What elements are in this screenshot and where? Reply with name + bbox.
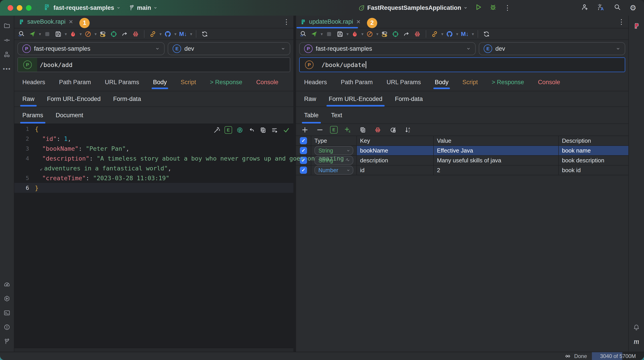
rollback-icon[interactable]	[120, 29, 130, 39]
column-header-type[interactable]: Type	[311, 136, 356, 145]
row-value-cell[interactable]: Effective Java	[434, 146, 558, 155]
row-key-cell[interactable]: id	[357, 166, 433, 175]
tab-script[interactable]: Script	[462, 73, 478, 91]
tab-path-param[interactable]: Path Param	[59, 73, 91, 91]
project-widget[interactable]: fast-request-samples	[54, 4, 120, 11]
add-escape-icon[interactable]: E	[343, 125, 353, 135]
tab-url-params[interactable]: URL Params	[105, 73, 139, 91]
problems-tool-icon[interactable]	[2, 322, 12, 332]
github-icon[interactable]	[163, 29, 173, 39]
send-request-icon[interactable]	[28, 29, 37, 39]
mode-form-data[interactable]: Form-data	[113, 91, 141, 107]
row-type-select[interactable]: Number	[311, 166, 356, 175]
tab-text[interactable]: Text	[331, 107, 342, 124]
copy-icon[interactable]	[259, 125, 267, 135]
more-actions-kebab-icon[interactable]: ⋮	[504, 5, 511, 10]
markdown-export-icon[interactable]: M↓	[460, 29, 470, 39]
column-header-value[interactable]: Value	[434, 136, 558, 145]
markdown-dropdown-chevron-icon[interactable]: ▾	[190, 31, 192, 37]
tab-url-params[interactable]: URL Params	[386, 73, 421, 91]
version-control-tool-icon[interactable]	[2, 337, 12, 346]
markdown-export-icon[interactable]: M↓	[178, 29, 188, 39]
remove-row-icon[interactable]	[315, 125, 325, 135]
tab-console[interactable]: Console	[538, 73, 560, 91]
fast-request-tool-icon[interactable]	[632, 21, 641, 31]
traffic-lights[interactable]	[8, 5, 32, 11]
row-key-cell[interactable]: description	[357, 156, 433, 165]
toggles-icon[interactable]	[98, 29, 108, 39]
mode-raw[interactable]: Raw	[304, 91, 316, 107]
tab-headers[interactable]: Headers	[22, 73, 45, 91]
minimize-window-button[interactable]	[17, 5, 22, 11]
project-select[interactable]: P fast-request-samples	[18, 42, 164, 55]
flame-icon[interactable]	[68, 29, 78, 39]
cleaner-brush-icon[interactable]	[412, 29, 422, 39]
close-tab-icon[interactable]: ✕	[356, 19, 361, 25]
edit-disabled-icon[interactable]	[365, 29, 374, 39]
convert-icon[interactable]	[388, 125, 398, 135]
toggles-icon[interactable]	[380, 29, 389, 39]
tab-headers[interactable]: Headers	[304, 73, 327, 91]
save-dropdown-chevron-icon[interactable]: ▾	[346, 31, 349, 37]
link-icon[interactable]	[430, 29, 440, 39]
close-window-button[interactable]	[8, 5, 13, 11]
tab-body[interactable]: Body	[153, 73, 167, 91]
tab-response[interactable]: > Response	[210, 73, 242, 91]
environment-select[interactable]: E dev	[479, 42, 625, 55]
add-row-icon[interactable]	[300, 125, 310, 135]
services-tool-icon[interactable]	[2, 294, 12, 304]
row-type-select[interactable]: String	[311, 146, 356, 155]
tab-response[interactable]: > Response	[492, 73, 524, 91]
pane-splitter[interactable]	[294, 16, 296, 352]
project-tool-icon[interactable]	[2, 21, 12, 31]
save-request-icon[interactable]	[54, 29, 63, 39]
vcs-widget[interactable]: main	[128, 4, 158, 11]
run-configuration-widget[interactable]: FastRequestSamplesApplication	[358, 4, 467, 11]
tab-updatebook-rapi[interactable]: updateBook.rapi ✕	[296, 16, 364, 28]
add-user-button[interactable]	[581, 3, 588, 12]
edit-disabled-icon[interactable]	[83, 29, 93, 39]
tab-options-kebab-icon[interactable]: ⋮	[283, 20, 290, 24]
tab-script[interactable]: Script	[181, 73, 196, 91]
memory-indicator[interactable]: 3040 of 5700M	[592, 352, 644, 360]
github-icon[interactable]	[445, 29, 454, 39]
tab-table[interactable]: Table	[304, 107, 319, 124]
edit-dropdown-chevron-icon[interactable]: ▾	[94, 31, 97, 37]
translate-icon[interactable]: 文A	[597, 3, 605, 12]
refresh-icon[interactable]	[200, 29, 210, 39]
send-dropdown-chevron-icon[interactable]: ▾	[39, 31, 41, 37]
settings-gear-icon[interactable]: ⚙	[630, 3, 636, 12]
row-checkbox[interactable]: ✓	[296, 146, 311, 155]
tab-params[interactable]: Params	[22, 107, 43, 124]
reformat-icon[interactable]	[271, 125, 278, 135]
send-request-icon[interactable]	[309, 29, 319, 39]
save-request-icon[interactable]	[335, 29, 345, 39]
row-value-cell[interactable]: 2	[434, 166, 558, 175]
escape-badge-icon[interactable]: E	[224, 126, 232, 134]
debug-button[interactable]	[490, 3, 497, 12]
maven-tool-icon[interactable]: m	[632, 337, 641, 346]
cleaner-brush-icon[interactable]	[373, 125, 382, 135]
validate-check-icon[interactable]	[282, 125, 290, 135]
mode-form-data[interactable]: Form-data	[395, 91, 423, 107]
structure-tool-icon[interactable]	[2, 50, 12, 59]
undo-icon[interactable]	[248, 125, 255, 135]
openai-icon[interactable]	[236, 125, 244, 135]
url-input[interactable]: P /book/add	[18, 57, 290, 72]
link-icon[interactable]	[148, 29, 158, 39]
target-icon[interactable]	[109, 29, 118, 39]
escape-badge-icon[interactable]: E	[330, 126, 338, 134]
mode-form-url-encoded[interactable]: Form URL-Encoded	[47, 91, 100, 107]
sort-az-icon[interactable]: AZ	[403, 125, 412, 135]
commit-tool-icon[interactable]	[2, 35, 12, 45]
api-search-icon[interactable]: <>	[298, 29, 308, 39]
column-header-description[interactable]: Description	[559, 136, 628, 145]
project-select[interactable]: P fast-request-samples	[299, 42, 476, 55]
api-search-icon[interactable]: <>	[16, 29, 26, 39]
row-key-cell[interactable]: bookName	[357, 146, 433, 155]
tab-options-kebab-icon[interactable]: ⋮	[618, 20, 625, 24]
tab-path-param[interactable]: Path Param	[341, 73, 373, 91]
github-dropdown-chevron-icon[interactable]: ▾	[174, 31, 177, 37]
tab-console[interactable]: Console	[256, 73, 278, 91]
column-header-key[interactable]: Key	[357, 136, 433, 145]
